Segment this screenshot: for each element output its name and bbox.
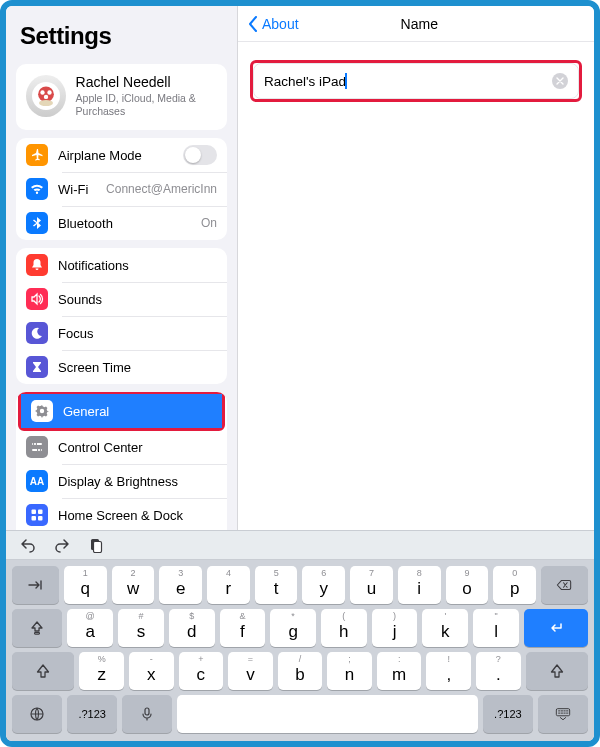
dismiss-keyboard-key[interactable] (538, 695, 588, 733)
shift-key[interactable] (12, 652, 74, 690)
dictation-key[interactable] (122, 695, 172, 733)
airplane-icon (26, 144, 48, 166)
svg-text:AA: AA (30, 476, 44, 487)
moon-icon (26, 322, 48, 344)
device-name-field[interactable]: Rachel's iPad (253, 63, 579, 99)
sidebar-item-trail: On (201, 216, 217, 230)
key-l[interactable]: "l (473, 609, 519, 647)
sidebar-item-focus[interactable]: Focus (16, 316, 227, 350)
keyboard-toolbar (6, 530, 594, 560)
bell-icon (26, 254, 48, 276)
key-.[interactable]: ?. (476, 652, 521, 690)
key-o[interactable]: 9o (446, 566, 489, 604)
svg-rect-19 (35, 633, 40, 635)
shift-key-right[interactable] (526, 652, 588, 690)
svg-point-8 (33, 443, 36, 446)
svg-rect-11 (32, 510, 37, 515)
sidebar-item-label: Display & Brightness (58, 474, 217, 489)
sidebar-item-home-screen-dock[interactable]: Home Screen & Dock (16, 498, 227, 532)
globe-key[interactable] (12, 695, 62, 733)
key-d[interactable]: $d (169, 609, 215, 647)
aa-icon: AA (26, 470, 48, 492)
key-y[interactable]: 6y (302, 566, 345, 604)
key-g[interactable]: *g (270, 609, 316, 647)
profile-sub: Apple ID, iCloud, Media & Purchases (76, 92, 217, 118)
clear-button[interactable] (552, 73, 568, 89)
settings-group-general: GeneralControl CenterAADisplay & Brightn… (16, 392, 227, 536)
key-n[interactable]: ;n (327, 652, 372, 690)
toggle-switch[interactable] (183, 145, 217, 165)
key-m[interactable]: :m (377, 652, 422, 690)
key-z[interactable]: %z (79, 652, 124, 690)
key-t[interactable]: 5t (255, 566, 298, 604)
svg-rect-12 (38, 510, 43, 515)
sidebar-item-label: Notifications (58, 258, 217, 273)
svg-point-2 (40, 90, 44, 94)
name-field-highlight: Rachel's iPad (250, 60, 582, 102)
profile-name: Rachel Needell (76, 74, 217, 90)
key-j[interactable]: )j (372, 609, 418, 647)
return-key[interactable] (524, 609, 588, 647)
svg-rect-13 (32, 516, 37, 521)
sidebar-item-label: Sounds (58, 292, 217, 307)
clipboard-icon[interactable] (88, 537, 104, 553)
sidebar-item-wi-fi[interactable]: Wi-FiConnect@AmericInn (16, 172, 227, 206)
page-title: Name (255, 16, 584, 32)
sidebar-item-label: Wi-Fi (58, 182, 96, 197)
numbers-key-right[interactable]: .?123 (483, 695, 533, 733)
key-x[interactable]: -x (129, 652, 174, 690)
redo-icon[interactable] (54, 537, 70, 553)
key-b[interactable]: /b (278, 652, 323, 690)
svg-rect-22 (556, 709, 569, 716)
undo-icon[interactable] (20, 537, 36, 553)
svg-point-5 (39, 100, 53, 106)
key-h[interactable]: (h (321, 609, 367, 647)
sidebar-item-label: General (63, 404, 212, 419)
tab-key[interactable] (12, 566, 59, 604)
hourglass-icon (26, 356, 48, 378)
sidebar-item-control-center[interactable]: Control Center (16, 430, 227, 464)
svg-point-9 (37, 449, 40, 452)
sidebar-item-general[interactable]: General (21, 394, 222, 428)
key-i[interactable]: 8i (398, 566, 441, 604)
space-key[interactable] (177, 695, 478, 733)
sidebar-item-bluetooth[interactable]: BluetoothOn (16, 206, 227, 240)
svg-point-3 (47, 90, 51, 94)
sidebar-item-label: Home Screen & Dock (58, 508, 217, 523)
key-,[interactable]: !, (426, 652, 471, 690)
key-p[interactable]: 0p (493, 566, 536, 604)
sidebar-item-screen-time[interactable]: Screen Time (16, 350, 227, 384)
sidebar-item-display-brightness[interactable]: AADisplay & Brightness (16, 464, 227, 498)
key-w[interactable]: 2w (112, 566, 155, 604)
settings-group-notifications: NotificationsSoundsFocusScreen Time (16, 248, 227, 384)
sidebar-item-airplane-mode[interactable]: Airplane Mode (16, 138, 227, 172)
device-name-value: Rachel's iPad (264, 74, 346, 89)
key-a[interactable]: @a (67, 609, 113, 647)
backspace-key[interactable] (541, 566, 588, 604)
speaker-icon (26, 288, 48, 310)
settings-title: Settings (6, 6, 237, 56)
sliders-icon (26, 436, 48, 458)
sidebar-item-label: Bluetooth (58, 216, 191, 231)
key-c[interactable]: +c (179, 652, 224, 690)
bluetooth-icon (26, 212, 48, 234)
key-u[interactable]: 7u (350, 566, 393, 604)
key-r[interactable]: 4r (207, 566, 250, 604)
numbers-key-left[interactable]: .?123 (67, 695, 117, 733)
nav-bar: About Name (238, 6, 594, 42)
profile-card[interactable]: Rachel Needell Apple ID, iCloud, Media &… (16, 64, 227, 130)
key-q[interactable]: 1q (64, 566, 107, 604)
key-f[interactable]: &f (220, 609, 266, 647)
key-v[interactable]: =v (228, 652, 273, 690)
key-s[interactable]: #s (118, 609, 164, 647)
svg-point-4 (44, 95, 48, 99)
sidebar-item-label: Control Center (58, 440, 217, 455)
caps-key[interactable] (12, 609, 62, 647)
sidebar-item-trail: Connect@AmericInn (106, 182, 217, 196)
key-e[interactable]: 3e (159, 566, 202, 604)
sidebar-item-notifications[interactable]: Notifications (16, 248, 227, 282)
sidebar-item-sounds[interactable]: Sounds (16, 282, 227, 316)
svg-rect-18 (94, 542, 102, 553)
sidebar-item-label: Airplane Mode (58, 148, 173, 163)
key-k[interactable]: 'k (422, 609, 468, 647)
